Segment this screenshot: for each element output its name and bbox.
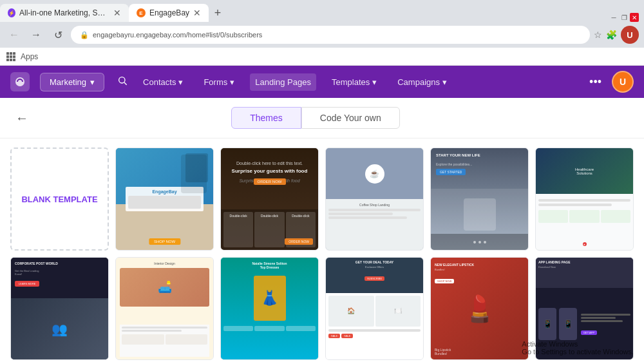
forms-chevron: ▾ — [230, 77, 234, 87]
browser-profile-icon[interactable]: U — [621, 26, 639, 44]
template-thumb-11: APP LANDING PAGE Download Now 📱 📱 GET AP… — [536, 258, 633, 359]
reload-button[interactable]: ↺ — [49, 26, 67, 44]
template-card-6[interactable]: CORPORATE POST WORLD Get the Best Leadin… — [10, 257, 109, 360]
template-thumb-4: START YOUR NEW LIFE Explore the possibil… — [431, 148, 528, 250]
address-bar-row: ← → ↺ 🔒 engagebayru.engagebay.com/home#l… — [0, 22, 644, 48]
blank-template-label: BLANK TEMPLATE — [21, 195, 97, 204]
template-thumb-10: 💄 NEW ELEGANT LIPSTICK Bundles! SHOP NOW… — [431, 258, 528, 359]
templates-chevron: ▾ — [372, 77, 377, 87]
marketing-dropdown-button[interactable]: Marketing ▾ — [40, 73, 104, 91]
new-tab-button[interactable]: + — [209, 4, 227, 22]
template-thumb-7: Interior Design 🛋️ — [116, 258, 213, 359]
lock-icon: 🔒 — [80, 31, 89, 39]
page-header: ← Themes Code Your own — [0, 98, 644, 138]
apps-bar: Apps — [0, 48, 644, 66]
extensions-icon[interactable]: 🧩 — [606, 30, 617, 40]
template-thumb-1: EngageBay SHOP NOW — [116, 148, 213, 250]
template-card-2[interactable]: Double-click here to edit this text. Sur… — [220, 148, 319, 251]
templates-nav[interactable]: Templates ▾ — [327, 73, 382, 91]
template-card-1[interactable]: EngageBay SHOP NOW — [115, 148, 214, 251]
search-icon[interactable] — [117, 75, 128, 88]
themes-tab[interactable]: Themes — [231, 107, 301, 129]
contacts-nav[interactable]: Contacts ▾ — [138, 73, 188, 91]
apps-label: Apps — [21, 52, 38, 61]
template-card-8[interactable]: Natalie Simone SolitonTop Dresses 👗 — [220, 257, 319, 360]
template-card-7[interactable]: Interior Design 🛋️ — [115, 257, 214, 360]
template-thumb-3: ☕ Coffee Shop Landing — [326, 148, 423, 250]
svg-point-1 — [119, 77, 125, 83]
tab-bar: ⚡ All-in-one Marketing, Sales, Sus… ✕ E … — [0, 0, 644, 22]
svg-line-2 — [124, 82, 127, 85]
template-thumb-6: CORPORATE POST WORLD Get the Best Leadin… — [11, 258, 108, 359]
minimize-button[interactable]: ─ — [609, 13, 618, 22]
browser-tab-1[interactable]: ⚡ All-in-one Marketing, Sales, Sus… ✕ — [0, 4, 129, 22]
restore-button[interactable]: ❐ — [620, 13, 629, 22]
template-card-10[interactable]: 💄 NEW ELEGANT LIPSTICK Bundles! SHOP NOW… — [430, 257, 529, 360]
template-card-4[interactable]: START YOUR NEW LIFE Explore the possibil… — [430, 148, 529, 251]
blank-template-card[interactable]: BLANK TEMPLATE — [10, 148, 109, 251]
address-input[interactable]: 🔒 engagebayru.engagebay.com/home#list/0/… — [71, 26, 590, 44]
template-thumb-9: GET YOUR DEAL TODAY Exclusive Offers SUB… — [326, 258, 423, 359]
forms-nav[interactable]: Forms ▾ — [198, 73, 240, 91]
view-tabs: Themes Code Your own — [231, 107, 400, 129]
template-card-3[interactable]: ☕ Coffee Shop Landing — [325, 148, 424, 251]
template-card-9[interactable]: GET YOUR DEAL TODAY Exclusive Offers SUB… — [325, 257, 424, 360]
tab2-title: EngageBay — [149, 8, 189, 17]
app-header: Marketing ▾ Contacts ▾ Forms ▾ Landing P… — [0, 66, 644, 98]
template-card-11[interactable]: APP LANDING PAGE Download Now 📱 📱 GET AP… — [535, 257, 634, 360]
tab1-favicon: ⚡ — [8, 8, 15, 17]
tab1-title: All-in-one Marketing, Sales, Sus… — [19, 8, 109, 17]
template-thumb-5: HealthcareSolutions ♥ — [536, 148, 633, 250]
campaigns-chevron: ▾ — [442, 77, 447, 87]
tab2-favicon: E — [137, 8, 146, 17]
tab2-close[interactable]: ✕ — [193, 8, 201, 17]
bookmark-icon[interactable]: ☆ — [594, 30, 602, 40]
user-avatar[interactable]: U — [612, 71, 634, 93]
browser-chrome: ⚡ All-in-one Marketing, Sales, Sus… ✕ E … — [0, 0, 644, 66]
main-content: ← Themes Code Your own BLANK TEMPLATE En… — [0, 98, 644, 362]
landing-pages-nav[interactable]: Landing Pages — [250, 73, 316, 91]
campaigns-nav[interactable]: Campaigns ▾ — [392, 73, 452, 91]
templates-grid: BLANK TEMPLATE EngageBay SHOP NOW Double… — [0, 138, 644, 362]
marketing-chevron: ▾ — [90, 77, 95, 87]
apps-grid-icon[interactable] — [6, 52, 15, 61]
contacts-chevron: ▾ — [178, 77, 183, 87]
more-menu-button[interactable]: ••• — [589, 75, 601, 89]
back-button[interactable]: ← — [5, 26, 23, 44]
back-button[interactable]: ← — [15, 111, 28, 126]
template-thumb-8: Natalie Simone SolitonTop Dresses 👗 — [221, 258, 318, 359]
code-your-own-tab[interactable]: Code Your own — [301, 107, 400, 129]
marketing-label: Marketing — [50, 77, 86, 87]
url-text: engagebayru.engagebay.com/home#list/0/su… — [93, 31, 262, 39]
template-thumb-2: Double-click here to edit this text. Sur… — [221, 148, 318, 250]
app-logo[interactable] — [10, 72, 30, 91]
close-button[interactable]: ✕ — [630, 13, 639, 22]
tab1-close[interactable]: ✕ — [113, 8, 121, 17]
template-card-5[interactable]: HealthcareSolutions ♥ — [535, 148, 634, 251]
forward-button[interactable]: → — [27, 26, 45, 44]
browser-tab-2[interactable]: E EngageBay ✕ — [129, 4, 209, 22]
